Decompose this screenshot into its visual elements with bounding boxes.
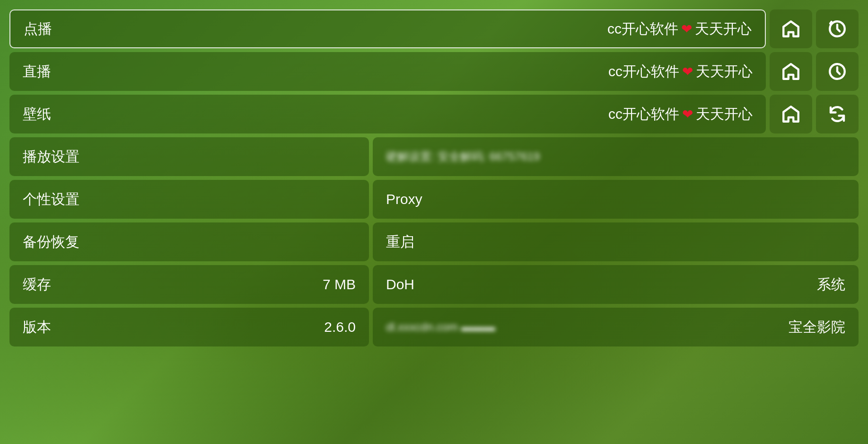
heart-icon3: ❤ — [682, 107, 693, 122]
zhibao-home-btn[interactable] — [770, 52, 812, 91]
playback-right-cell[interactable]: 硬解设置: 安全解码: 66757619 — [373, 137, 859, 176]
proxy-label: Proxy — [386, 191, 422, 207]
dianbao-history-btn[interactable] — [816, 9, 859, 48]
personal-settings-cell[interactable]: 个性设置 — [9, 180, 369, 219]
server-cell[interactable]: dl.xxxcdn.com ▬▬▬ 宝全影院 — [373, 308, 859, 346]
dianbao-home-btn[interactable] — [770, 9, 812, 48]
version-label: 版本 — [23, 318, 51, 337]
server-url-value: dl.xxxcdn.com ▬▬▬ — [386, 320, 495, 334]
heart-icon2: ❤ — [682, 64, 693, 80]
zhibao-cell[interactable]: 直播 cc开心软件 ❤ 天天开心 — [9, 52, 766, 91]
row-bizhi: 壁纸 cc开心软件 ❤ 天天开心 — [9, 95, 859, 133]
row-cache: 缓存 7 MB DoH 系统 — [9, 265, 859, 304]
cache-cell[interactable]: 缓存 7 MB — [9, 265, 369, 304]
version-cell[interactable]: 版本 2.6.0 — [9, 308, 369, 346]
row-zhibao: 直播 cc开心软件 ❤ 天天开心 — [9, 52, 859, 91]
row-playback: 播放设置 硬解设置: 安全解码: 66757619 — [9, 137, 859, 176]
doh-value: 系统 — [817, 275, 845, 294]
row-backup: 备份恢复 重启 — [9, 222, 859, 261]
playback-settings-label: 播放设置 — [23, 147, 79, 167]
cache-label: 缓存 — [23, 275, 51, 294]
bizhi-label: 壁纸 — [23, 105, 51, 124]
version-value: 2.6.0 — [324, 319, 356, 335]
restart-cell[interactable]: 重启 — [373, 222, 859, 261]
playback-settings-cell[interactable]: 播放设置 — [9, 137, 369, 176]
zhibao-brand: cc开心软件 ❤ 天天开心 — [608, 62, 753, 81]
proxy-cell[interactable]: Proxy — [373, 180, 859, 219]
cache-value: 7 MB — [323, 276, 356, 293]
heart-icon: ❤ — [681, 21, 692, 37]
dianbao-label: 点播 — [24, 19, 52, 39]
bizhi-home-btn[interactable] — [770, 95, 812, 133]
backup-restore-label: 备份恢复 — [23, 232, 79, 252]
row-dianbao: 点播 cc开心软件 ❤ 天天开心 — [9, 9, 859, 48]
settings-container: 点播 cc开心软件 ❤ 天天开心 直播 cc开心软件 ❤ — [0, 0, 868, 444]
zhibao-label: 直播 — [23, 62, 51, 81]
doh-label: DoH — [386, 276, 414, 293]
bizhi-refresh-btn[interactable] — [816, 95, 859, 133]
dianbao-brand: cc开心软件 ❤ 天天开心 — [607, 19, 752, 39]
playback-right-value: 硬解设置: 安全解码: 66757619 — [386, 149, 540, 164]
row-version: 版本 2.6.0 dl.xxxcdn.com ▬▬▬ 宝全影院 — [9, 308, 859, 346]
personal-settings-label: 个性设置 — [23, 190, 79, 209]
row-personal: 个性设置 Proxy — [9, 180, 859, 219]
zhibao-history-btn[interactable] — [816, 52, 859, 91]
doh-cell[interactable]: DoH 系统 — [373, 265, 859, 304]
bizhi-cell[interactable]: 壁纸 cc开心软件 ❤ 天天开心 — [9, 95, 766, 133]
dianbao-cell[interactable]: 点播 cc开心软件 ❤ 天天开心 — [9, 9, 766, 48]
restart-label: 重启 — [386, 232, 414, 252]
app-name-value: 宝全影院 — [789, 318, 845, 337]
backup-restore-cell[interactable]: 备份恢复 — [9, 222, 369, 261]
bizhi-brand: cc开心软件 ❤ 天天开心 — [608, 105, 753, 124]
